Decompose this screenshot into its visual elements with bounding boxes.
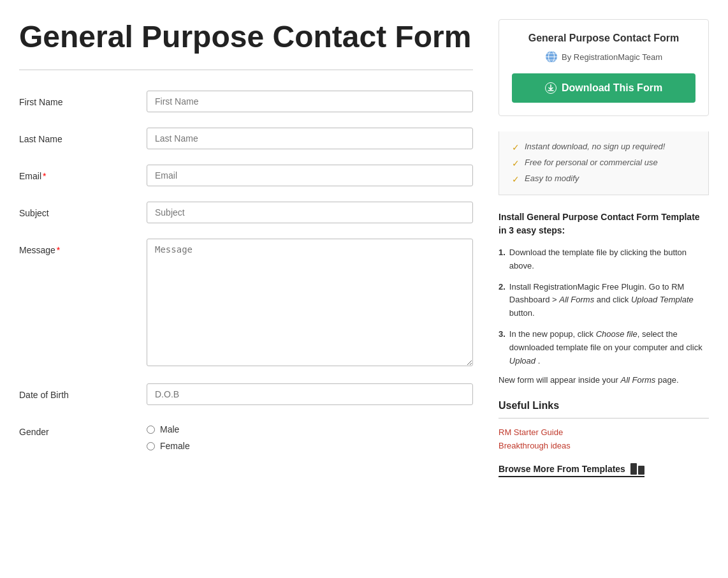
gender-female-label: Female	[160, 441, 190, 451]
subject-label: Subject	[19, 202, 147, 218]
gender-male-radio[interactable]	[147, 426, 155, 434]
first-name-field-wrapper	[147, 91, 473, 112]
message-label: Message*	[19, 239, 147, 255]
first-name-input[interactable]	[147, 91, 473, 112]
install-step-3: 3. In the new popup, click Choose file, …	[499, 328, 709, 367]
email-required-star: *	[43, 171, 46, 181]
download-button[interactable]: Download This Form	[512, 73, 695, 103]
author-icon	[545, 50, 558, 63]
download-icon	[545, 82, 557, 94]
gender-male-option[interactable]: Male	[147, 424, 473, 434]
section-divider	[19, 70, 473, 70]
subject-input[interactable]	[147, 202, 473, 223]
form-card: General Purpose Contact Form By Registra…	[499, 19, 709, 116]
install-step-2: 2. Install RegistrationMagic Free Plugin…	[499, 281, 709, 320]
feature-text-1: Instant download, no sign up required!	[525, 142, 665, 151]
install-step-1: 1. Download the template file by clickin…	[499, 246, 709, 273]
useful-links-divider	[499, 418, 709, 419]
install-title: Install General Purpose Contact Form Tem…	[499, 211, 709, 237]
feature-item-3: ✓ Easy to modify	[512, 174, 695, 184]
subject-row: Subject	[19, 202, 473, 223]
dob-field-wrapper	[147, 383, 473, 405]
useful-links-title: Useful Links	[499, 400, 709, 411]
new-form-note: New form will appear inside your All For…	[499, 375, 709, 385]
gender-female-option[interactable]: Female	[147, 441, 473, 451]
card-author-text: By RegistrationMagic Team	[562, 52, 662, 62]
install-steps-list: 1. Download the template file by clickin…	[499, 246, 709, 367]
card-title: General Purpose Contact Form	[512, 33, 695, 44]
breakthrough-ideas-link[interactable]: Breakthrough ideas	[499, 441, 709, 450]
right-panel: General Purpose Contact Form By Registra…	[499, 19, 709, 477]
message-textarea[interactable]	[147, 239, 473, 366]
gender-female-radio[interactable]	[147, 442, 155, 450]
dob-input[interactable]	[147, 383, 473, 405]
step-text-3: In the new popup, click Choose file, sel…	[509, 328, 709, 367]
gender-label: Gender	[19, 420, 147, 437]
last-name-field-wrapper	[147, 128, 473, 149]
email-row: Email*	[19, 165, 473, 186]
message-row: Message*	[19, 239, 473, 368]
feature-item-2: ✓ Free for personal or commercial use	[512, 158, 695, 168]
step-text-2: Install RegistrationMagic Free Plugin. G…	[509, 281, 709, 320]
gender-field-wrapper: Male Female	[147, 420, 473, 451]
email-label: Email*	[19, 165, 147, 181]
gender-male-label: Male	[160, 424, 179, 434]
last-name-label: Last Name	[19, 128, 147, 144]
feature-text-3: Easy to modify	[525, 174, 579, 183]
message-required-star: *	[57, 245, 60, 255]
email-field-wrapper	[147, 165, 473, 186]
first-name-row: First Name	[19, 91, 473, 112]
step-num-2: 2.	[499, 281, 506, 320]
card-author: By RegistrationMagic Team	[512, 50, 695, 63]
browse-templates-icon	[630, 463, 644, 475]
page-title: General Purpose Contact Form	[19, 19, 473, 54]
last-name-input[interactable]	[147, 128, 473, 149]
gender-radio-group: Male Female	[147, 420, 473, 451]
subject-field-wrapper	[147, 202, 473, 223]
features-box: ✓ Instant download, no sign up required!…	[499, 131, 709, 195]
message-field-wrapper	[147, 239, 473, 368]
left-panel: General Purpose Contact Form First Name …	[19, 19, 473, 477]
email-input[interactable]	[147, 165, 473, 186]
browse-templates-link[interactable]: Browse More From Templates	[499, 463, 644, 477]
check-icon-2: ✓	[512, 158, 520, 168]
rm-starter-guide-link[interactable]: RM Starter Guide	[499, 427, 709, 437]
step-text-1: Download the template file by clicking t…	[509, 246, 709, 273]
useful-links-section: Useful Links RM Starter Guide Breakthrou…	[499, 400, 709, 450]
dob-label: Date of Birth	[19, 383, 147, 400]
feature-text-2: Free for personal or commercial use	[525, 158, 658, 167]
gender-row: Gender Male Female	[19, 420, 473, 451]
check-icon-3: ✓	[512, 174, 520, 184]
feature-item-1: ✓ Instant download, no sign up required!	[512, 142, 695, 152]
check-icon-1: ✓	[512, 142, 520, 152]
install-section: Install General Purpose Contact Form Tem…	[499, 211, 709, 385]
browse-templates-label: Browse More From Templates	[499, 464, 625, 474]
download-button-label: Download This Form	[562, 82, 662, 94]
first-name-label: First Name	[19, 91, 147, 107]
step-num-3: 3.	[499, 328, 506, 367]
step-num-1: 1.	[499, 246, 506, 273]
last-name-row: Last Name	[19, 128, 473, 149]
dob-row: Date of Birth	[19, 383, 473, 405]
